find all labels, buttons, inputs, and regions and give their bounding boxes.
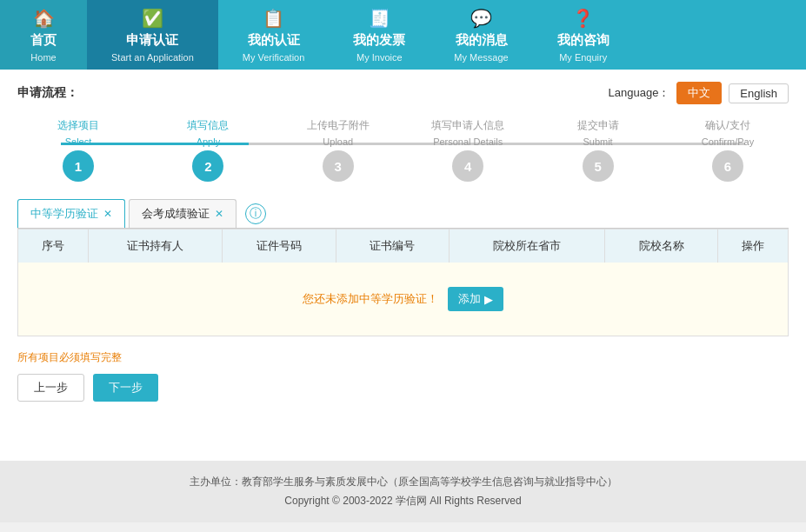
nav-enquiry[interactable]: ❓ 我的咨询 My Enquiry bbox=[533, 0, 634, 70]
step-6-circle: 6 bbox=[712, 150, 743, 182]
table-empty-cell: 您还未添加中等学历验证！ 添加 ▶ bbox=[18, 263, 788, 336]
col-holder: 证书持有人 bbox=[88, 229, 223, 263]
prev-button[interactable]: 上一步 bbox=[17, 374, 84, 402]
data-table: 序号 证书持有人 证件号码 证书编号 院校所在省市 院校名称 操作 您还未添加中… bbox=[18, 229, 788, 336]
lang-cn-button[interactable]: 中文 bbox=[676, 82, 722, 104]
step-5-en: Submit bbox=[583, 136, 612, 147]
lang-en-button[interactable]: English bbox=[729, 83, 789, 103]
tab-exam-score-close[interactable]: ✕ bbox=[215, 208, 223, 220]
process-title: 申请流程： bbox=[17, 85, 78, 101]
step-6-cn: 确认/支付 bbox=[705, 118, 749, 133]
nav-verify-cn: 我的认证 bbox=[248, 32, 300, 49]
step-2: 填写信息 Apply 2 bbox=[156, 118, 260, 182]
tab-add-button[interactable]: ⓘ bbox=[245, 203, 266, 224]
step-6-en: Confirm/Pay bbox=[702, 136, 755, 147]
steps-row: 选择项目 Select 1 填写信息 Apply 2 上传电子附件 Upload… bbox=[26, 118, 780, 182]
table-header-row: 序号 证书持有人 证件号码 证书编号 院校所在省市 院校名称 操作 bbox=[18, 229, 788, 263]
language-switcher: Language： 中文 English bbox=[609, 82, 789, 104]
verify-icon: 📋 bbox=[263, 8, 284, 29]
nav-apply-cn: 申请认证 bbox=[126, 32, 178, 49]
language-label: Language： bbox=[609, 85, 670, 101]
nav-verify-en: My Verification bbox=[243, 52, 305, 63]
step-4-en: Personal Details bbox=[433, 136, 503, 147]
enquiry-icon: ❓ bbox=[572, 8, 594, 29]
invoice-icon: 🧾 bbox=[369, 8, 390, 29]
nav-home[interactable]: 🏠 首页 Home bbox=[0, 0, 87, 70]
required-note: 所有项目必须填写完整 bbox=[17, 350, 789, 365]
site-footer: 主办单位：教育部学生服务与素质发展中心（原全国高等学校学生信息咨询与就业指导中心… bbox=[0, 461, 806, 522]
col-province: 院校所在省市 bbox=[449, 229, 604, 263]
step-5-cn: 提交申请 bbox=[577, 118, 619, 133]
steps-container: 选择项目 Select 1 填写信息 Apply 2 上传电子附件 Upload… bbox=[26, 118, 780, 182]
step-1-en: Select bbox=[65, 136, 92, 147]
nav-home-cn: 首页 bbox=[30, 32, 57, 49]
step-3-cn: 上传电子附件 bbox=[307, 118, 370, 133]
step-4-circle: 4 bbox=[452, 150, 483, 182]
footer-line2: Copyright © 2003-2022 学信网 All Rights Res… bbox=[0, 492, 806, 511]
nav-invoice-cn: 我的发票 bbox=[353, 32, 405, 49]
tab-exam-score-label: 会考成绩验证 bbox=[142, 206, 210, 222]
add-record-label: 添加 bbox=[458, 291, 481, 307]
nav-verify[interactable]: 📋 我的认证 My Verification bbox=[218, 0, 330, 70]
tabs-row: 中等学历验证 ✕ 会考成绩验证 ✕ ⓘ bbox=[17, 199, 789, 229]
step-5: 提交申请 Submit 5 bbox=[546, 118, 650, 182]
nav-enquiry-cn: 我的咨询 bbox=[557, 32, 609, 49]
col-cert-num: 证书编号 bbox=[336, 229, 449, 263]
step-3: 上传电子附件 Upload 3 bbox=[286, 118, 390, 182]
step-3-en: Upload bbox=[323, 136, 353, 147]
tab-secondary-school[interactable]: 中等学历验证 ✕ bbox=[17, 199, 125, 228]
nav-message[interactable]: 💬 我的消息 My Message bbox=[430, 0, 532, 70]
col-action: 操作 bbox=[718, 229, 788, 263]
add-icon: ▶ bbox=[484, 293, 493, 306]
next-button[interactable]: 下一步 bbox=[93, 374, 158, 402]
table-empty-row: 您还未添加中等学历验证！ 添加 ▶ bbox=[18, 263, 788, 336]
step-3-circle: 3 bbox=[323, 150, 354, 182]
step-2-cn: 填写信息 bbox=[187, 118, 229, 133]
nav-apply-en: Start an Application bbox=[111, 52, 194, 63]
step-5-circle: 5 bbox=[583, 150, 614, 182]
apply-icon: ✅ bbox=[142, 8, 163, 29]
tab-secondary-school-label: 中等学历验证 bbox=[30, 206, 98, 222]
step-1-circle: 1 bbox=[63, 150, 94, 182]
step-4: 填写申请人信息 Personal Details 4 bbox=[416, 118, 520, 182]
footer-actions: 所有项目必须填写完整 上一步 下一步 bbox=[17, 336, 789, 410]
add-record-button[interactable]: 添加 ▶ bbox=[448, 287, 503, 311]
message-icon: 💬 bbox=[470, 8, 492, 29]
tab-secondary-school-close[interactable]: ✕ bbox=[103, 208, 112, 220]
nav-enquiry-en: My Enquiry bbox=[559, 52, 607, 63]
nav-home-en: Home bbox=[30, 52, 56, 63]
process-header: 申请流程： Language： 中文 English bbox=[17, 82, 789, 104]
nav-apply[interactable]: ✅ 申请认证 Start an Application bbox=[87, 0, 218, 70]
tab-exam-score[interactable]: 会考成绩验证 ✕ bbox=[129, 199, 236, 228]
nav-invoice[interactable]: 🧾 我的发票 My Invoice bbox=[329, 0, 430, 70]
step-2-circle: 2 bbox=[192, 150, 223, 182]
main-nav: 🏠 首页 Home ✅ 申请认证 Start an Application 📋 … bbox=[0, 0, 806, 70]
nav-invoice-en: My Invoice bbox=[356, 52, 403, 63]
col-seq: 序号 bbox=[18, 229, 88, 263]
footer-line1: 主办单位：教育部学生服务与素质发展中心（原全国高等学校学生信息咨询与就业指导中心… bbox=[0, 473, 806, 492]
step-2-en: Apply bbox=[197, 136, 221, 147]
col-school: 院校名称 bbox=[605, 229, 718, 263]
step-1-cn: 选择项目 bbox=[57, 118, 99, 133]
main-content: 申请流程： Language： 中文 English 选择项目 Select 1… bbox=[0, 70, 806, 461]
step-4-cn: 填写申请人信息 bbox=[431, 118, 504, 133]
nav-message-en: My Message bbox=[454, 52, 508, 63]
step-1: 选择项目 Select 1 bbox=[26, 118, 130, 182]
empty-message: 您还未添加中等学历验证！ bbox=[303, 292, 438, 305]
col-id: 证件号码 bbox=[223, 229, 336, 263]
home-icon: 🏠 bbox=[33, 8, 55, 29]
step-6: 确认/支付 Confirm/Pay 6 bbox=[676, 118, 780, 182]
table-container: 序号 证书持有人 证件号码 证书编号 院校所在省市 院校名称 操作 您还未添加中… bbox=[17, 229, 789, 336]
action-buttons: 上一步 下一步 bbox=[17, 374, 789, 402]
nav-message-cn: 我的消息 bbox=[456, 32, 508, 49]
